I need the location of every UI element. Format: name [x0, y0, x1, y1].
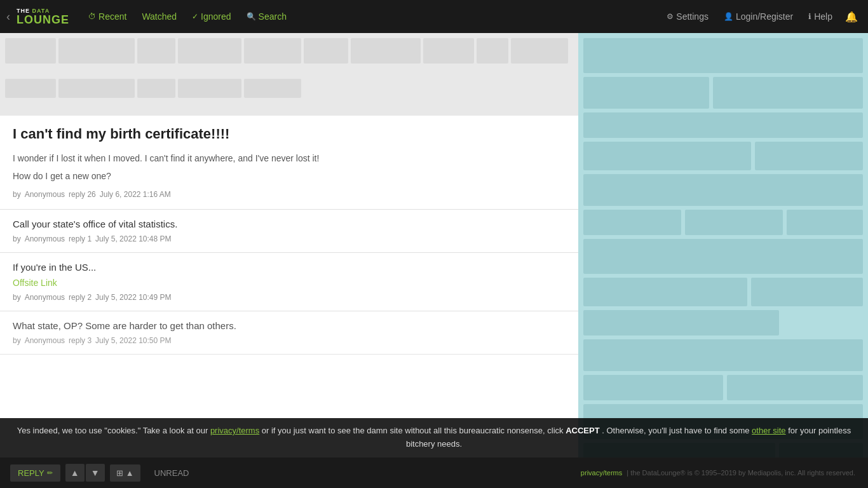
footer-text: privacy/terms | the DataLounge® is © 199… — [581, 469, 858, 477]
reply-count-2: reply 2 — [69, 293, 92, 302]
post-title: I can't find my birth certificate!!!! — [13, 126, 566, 142]
post-reply-count: reply 26 — [69, 190, 96, 199]
reply-timestamp-3: July 5, 2022 10:50 PM — [95, 336, 171, 345]
notification-bell[interactable]: 🔔 — [841, 7, 862, 27]
ad-placeholder — [0, 33, 578, 116]
reply-count-1: reply 1 — [69, 234, 92, 243]
post-author: Anonymous — [25, 190, 65, 199]
logo-bottom: LOUNGE — [17, 14, 69, 25]
post-body-line2: How do I get a new one? — [13, 169, 566, 183]
reply-by-label-2: by — [13, 293, 21, 302]
help-link[interactable]: ℹ Help — [802, 8, 839, 25]
grid-label: ▲ — [126, 468, 134, 478]
reply-timestamp-1: July 5, 2022 10:48 PM — [95, 234, 171, 243]
user-icon: 👤 — [724, 12, 733, 21]
thread-area: I can't find my birth certificate!!!! I … — [0, 116, 578, 355]
nav-up-button[interactable]: ▲ — [65, 464, 85, 482]
reply-post: Call your state's office of vital statis… — [0, 210, 578, 253]
cookie-text-middle: or if you just want to see the damn site… — [262, 426, 566, 435]
reply-body-1: Call your state's office of vital statis… — [13, 219, 566, 229]
cookie-text-after: . Otherwise, you'll just have to find so… — [602, 426, 752, 435]
nav-down-button[interactable]: ▼ — [86, 464, 105, 482]
post-timestamp: July 6, 2022 1:16 AM — [100, 190, 171, 199]
reply-by-label-1: by — [13, 234, 21, 243]
reply-meta-3: by Anonymous reply 3 July 5, 2022 10:50 … — [13, 336, 566, 345]
privacy-terms-link[interactable]: privacy/terms — [210, 426, 259, 435]
post-body-line1: I wonder if I lost it when I moved. I ca… — [13, 151, 566, 165]
reply-meta-2: by Anonymous reply 2 July 5, 2022 10:49 … — [13, 293, 566, 302]
original-post: I can't find my birth certificate!!!! I … — [0, 116, 578, 210]
reply-author-1: Anonymous — [25, 234, 65, 243]
help-icon: ℹ — [808, 12, 811, 21]
post-meta: by Anonymous reply 26 July 6, 2022 1:16 … — [13, 190, 566, 199]
nav-right: ⚙ Settings 👤 Login/Register ℹ Help 🔔 — [660, 7, 862, 27]
cookie-banner: Yes indeed, we too use "cookies." Take a… — [0, 418, 868, 458]
recent-link[interactable]: ⏱ Recent — [82, 8, 133, 25]
reply-post-3: What state, OP? Some are harder to get t… — [0, 311, 578, 355]
post-body: I wonder if I lost it when I moved. I ca… — [13, 151, 566, 184]
reply-button[interactable]: REPLY ✏ — [10, 464, 60, 482]
reply-body-2: If you're in the US... — [13, 262, 566, 273]
reply-post-2: If you're in the US... Offsite Link by A… — [0, 253, 578, 311]
reply-label: REPLY — [18, 468, 44, 478]
reply-count-3: reply 3 — [69, 336, 92, 345]
reply-author-2: Anonymous — [25, 293, 65, 302]
post-by-label: by — [13, 190, 21, 199]
watched-link[interactable]: Watched — [135, 8, 183, 25]
reply-by-label-3: by — [13, 336, 21, 345]
back-button[interactable]: ‹ — [6, 10, 10, 24]
grid-icon: ⊞ — [116, 468, 123, 478]
unread-button[interactable]: UNREAD — [148, 464, 196, 482]
search-link[interactable]: 🔍 Search — [240, 8, 293, 25]
edit-icon: ✏ — [47, 469, 53, 477]
search-icon: 🔍 — [247, 12, 256, 21]
settings-link[interactable]: ⚙ Settings — [660, 8, 715, 25]
ignored-link[interactable]: ✓ Ignored — [186, 8, 237, 25]
cookie-text-before: Yes indeed, we too use "cookies." Take a… — [17, 426, 210, 435]
reply-author-3: Anonymous — [25, 336, 65, 345]
check-circle-icon: ✓ — [192, 12, 198, 21]
footer-privacy-link[interactable]: privacy/terms — [581, 469, 622, 477]
gear-icon: ⚙ — [667, 12, 674, 21]
reply-timestamp-2: July 5, 2022 10:49 PM — [95, 293, 171, 302]
nav-links: ⏱ Recent Watched ✓ Ignored 🔍 Search — [82, 8, 660, 25]
login-link[interactable]: 👤 Login/Register — [717, 8, 799, 25]
grid-button[interactable]: ⊞ ▲ — [110, 464, 140, 482]
accept-button[interactable]: ACCEPT — [566, 426, 599, 435]
clock-icon: ⏱ — [88, 12, 96, 21]
reply-meta-1: by Anonymous reply 1 July 5, 2022 10:48 … — [13, 234, 566, 243]
nav-arrows: ▲ ▼ — [65, 464, 105, 482]
footer-separator: | the DataLounge® is © 1995–2019 by Medi… — [627, 469, 855, 477]
reply-body-3: What state, OP? Some are harder to get t… — [13, 320, 566, 331]
other-site-link[interactable]: other site — [752, 426, 785, 435]
ad-banner — [0, 33, 578, 116]
bottom-bar: REPLY ✏ ▲ ▼ ⊞ ▲ UNREAD privacy/terms | t… — [0, 458, 868, 488]
offsite-link[interactable]: Offsite Link — [13, 278, 57, 288]
navbar: ‹ THE DATA LOUNGE ⏱ Recent Watched ✓ Ign… — [0, 0, 868, 33]
site-logo: THE DATA LOUNGE — [17, 8, 69, 25]
